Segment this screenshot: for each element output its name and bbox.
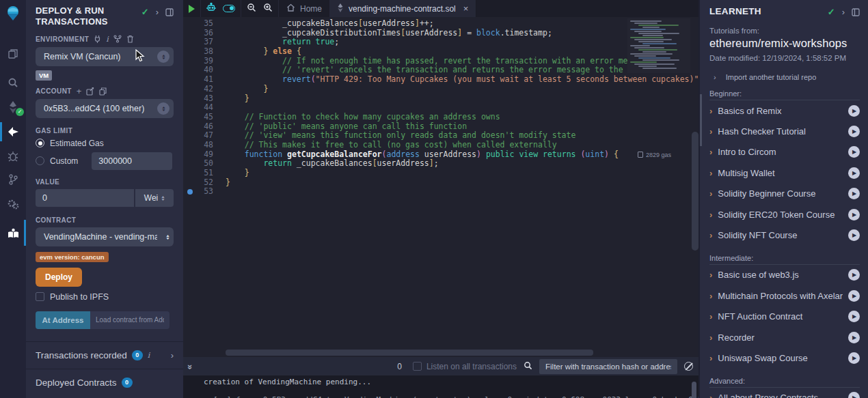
ai-assistant-icon[interactable]	[206, 3, 216, 14]
value-unit-select[interactable]: Wei ▲▼	[135, 189, 174, 207]
terminal-collapse-icon[interactable]: »	[185, 365, 195, 368]
tutorial-item[interactable]: ›Recorder▶	[709, 327, 860, 347]
play-tutorial-button[interactable]: ▶	[848, 209, 860, 221]
tutorial-item[interactable]: ›Multisig Wallet▶	[709, 162, 860, 183]
search-icon[interactable]	[0, 72, 26, 93]
code-line[interactable]: 42 }	[183, 85, 699, 94]
code-line[interactable]: 49 function getCupcakeBalanceFor(address…	[183, 150, 699, 160]
line-number[interactable]: 45	[183, 113, 216, 122]
transactions-recorded-row[interactable]: Transactions recorded 0 i ›	[36, 350, 174, 360]
code-line[interactable]: 50 return _cupcakeBalances[userAddress];	[183, 159, 699, 169]
code-line[interactable]: 39 // If not enough time has passed, rev…	[183, 57, 699, 66]
line-number[interactable]: 41	[183, 75, 216, 85]
line-number[interactable]: 36	[183, 29, 216, 38]
code-editor[interactable]: 35 _cupcakeBalances[userAddress]++;36 _c…	[183, 17, 699, 357]
close-tab-icon[interactable]: ×	[463, 3, 469, 14]
play-tutorial-button[interactable]: ▶	[848, 105, 860, 117]
play-tutorial-button[interactable]: ▶	[848, 311, 860, 322]
tab-home[interactable]: Home	[279, 0, 329, 17]
code-line[interactable]: 40 // 'revert' cancels the transaction a…	[183, 66, 699, 75]
custom-gas-radio[interactable]	[36, 156, 44, 165]
code-line[interactable]: 43 }	[183, 94, 699, 104]
tutorial-item[interactable]: ›Solidity NFT Course▶	[709, 225, 860, 245]
environment-info-icon[interactable]: i	[106, 35, 109, 44]
code-line[interactable]: 48 // This makes it free to call (no gas…	[183, 141, 699, 150]
line-number[interactable]: 46	[183, 122, 216, 132]
play-tutorial-button[interactable]: ▶	[848, 126, 860, 137]
code-line[interactable]: 37 return true;	[183, 38, 699, 47]
custom-gas-input[interactable]	[92, 152, 172, 170]
deployed-contracts-row[interactable]: Deployed Contracts 0	[36, 378, 174, 388]
account-select[interactable]: 0x5B3...eddC4 (100 ether) ▲▼	[36, 99, 174, 118]
line-number[interactable]: 35	[183, 19, 216, 29]
deploy-run-icon[interactable]	[0, 122, 26, 142]
code-line[interactable]: 38 } else {	[183, 47, 699, 57]
editor-vertical-scrollbar[interactable]	[692, 132, 699, 251]
line-number[interactable]: 48	[183, 141, 216, 150]
environment-select[interactable]: Remix VM (Cancun) ▲▼	[36, 47, 174, 66]
panel-pin-icon[interactable]	[165, 8, 174, 16]
editor-horizontal-scrollbar[interactable]	[226, 350, 593, 356]
debugger-icon[interactable]	[0, 146, 26, 167]
line-number[interactable]: 40	[183, 66, 216, 75]
zoom-out-icon[interactable]	[247, 3, 256, 14]
breakpoint-dot[interactable]	[187, 189, 193, 195]
code-line[interactable]: 41 revert("HTTP 429: Too Many Cupcakes (…	[183, 75, 699, 85]
line-number[interactable]: 42	[183, 85, 216, 94]
code-line[interactable]: 44	[183, 103, 699, 113]
play-tutorial-button[interactable]: ▶	[848, 167, 860, 179]
environment-spinner-icon[interactable]: ▲▼	[157, 51, 169, 63]
deploy-button[interactable]: Deploy	[36, 268, 82, 287]
line-number[interactable]: 52	[183, 178, 216, 188]
import-tutorial-repo[interactable]: › Import another tutorial repo	[714, 73, 860, 81]
terminal-filter-input[interactable]	[539, 359, 677, 374]
code-line[interactable]: 47 // 'view' means this function only re…	[183, 131, 699, 141]
at-address-button[interactable]: At Address	[36, 311, 90, 329]
copy-account-icon[interactable]	[99, 87, 107, 96]
transactions-expand-icon[interactable]: ›	[171, 350, 174, 360]
tutorial-item[interactable]: ›Hash Checker Tutorial▶	[709, 121, 860, 141]
tutorial-item[interactable]: ›Solidity ERC20 Token Course▶	[709, 204, 860, 225]
value-input[interactable]	[36, 189, 134, 207]
line-number[interactable]: 43	[183, 94, 216, 104]
zoom-in-icon[interactable]	[263, 3, 273, 14]
line-number[interactable]: 51	[183, 169, 216, 178]
estimated-gas-radio[interactable]	[36, 139, 44, 147]
transactions-info-icon[interactable]: i	[148, 351, 150, 360]
plug-icon[interactable]	[94, 35, 101, 43]
panel-expand-icon[interactable]: ›	[156, 7, 159, 17]
contract-select[interactable]: VendingMachine - vending-machin ▲▼	[36, 227, 174, 246]
tutorial-item[interactable]: ›Intro to Circom▶	[709, 142, 860, 162]
remix-logo-icon[interactable]	[5, 5, 21, 25]
learneth-expand-icon[interactable]: ›	[842, 7, 845, 17]
minimap[interactable]	[627, 18, 690, 73]
edit-account-icon[interactable]	[86, 87, 94, 96]
tutorial-item[interactable]: ›Uniswap Swap Course▶	[709, 347, 860, 368]
at-address-input[interactable]	[90, 311, 169, 329]
line-number[interactable]: 49	[183, 150, 216, 160]
terminal-scrollbar[interactable]	[692, 382, 696, 398]
line-number[interactable]: 47	[183, 131, 216, 141]
tutorial-item[interactable]: ›Basics of Remix▶	[709, 100, 860, 121]
clear-console-icon[interactable]	[684, 362, 693, 371]
play-tutorial-button[interactable]: ▶	[848, 269, 860, 281]
code-line[interactable]: 51 }	[183, 169, 699, 178]
learneth-icon[interactable]	[0, 223, 26, 243]
code-line[interactable]: 45 // Function to check how many cupcake…	[183, 113, 699, 122]
add-account-icon[interactable]: +	[77, 88, 82, 95]
play-tutorial-button[interactable]: ▶	[848, 188, 860, 199]
line-number[interactable]: 38	[183, 47, 216, 57]
delete-environment-icon[interactable]	[126, 35, 134, 43]
tab-vending-machine-contract[interactable]: vending-machine-contract.sol ×	[329, 0, 476, 17]
line-number[interactable]: 44	[183, 103, 216, 113]
git-icon[interactable]	[0, 169, 26, 190]
solidity-compiler-icon[interactable]: ✓	[0, 97, 26, 117]
code-line[interactable]: 36 _cupcakeDistributionTimes[userAddress…	[183, 29, 699, 38]
run-script-button[interactable]	[183, 0, 201, 17]
play-tutorial-button[interactable]: ▶	[848, 332, 860, 343]
play-tutorial-button[interactable]: ▶	[848, 290, 860, 302]
play-tutorial-button[interactable]: ▶	[848, 392, 860, 398]
publish-ipfs-checkbox[interactable]	[36, 292, 44, 301]
line-number[interactable]: 37	[183, 38, 216, 47]
play-tutorial-button[interactable]: ▶	[848, 352, 860, 364]
